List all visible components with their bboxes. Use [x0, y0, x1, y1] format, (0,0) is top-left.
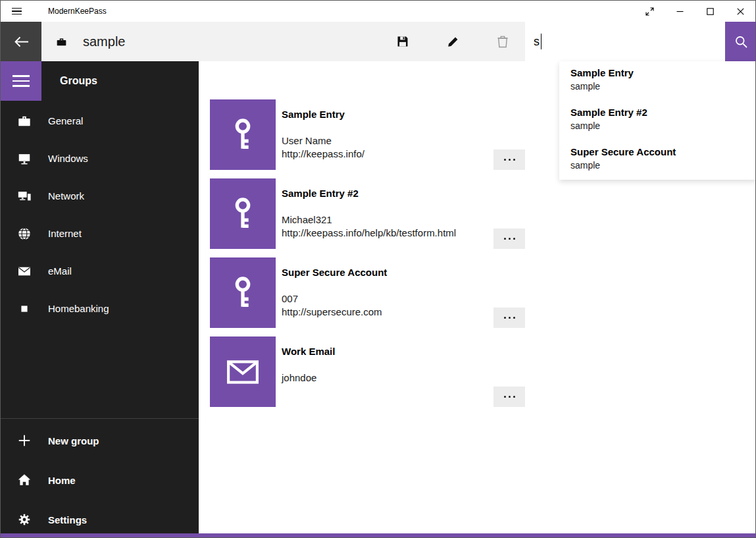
sidebar-item-label: Home — [48, 475, 76, 486]
settings-button[interactable]: Settings — [1, 500, 199, 538]
command-bar: sample — [1, 22, 755, 61]
search-input[interactable]: s — [525, 22, 725, 61]
sidebar-item-general[interactable]: General — [1, 102, 199, 140]
text-caret — [541, 34, 542, 49]
sidebar-footer: New group Home — [1, 421, 199, 538]
title-bar: ModernKeePass — [1, 1, 755, 22]
gear-icon — [16, 512, 32, 527]
entry-username: User Name — [282, 135, 332, 146]
magnifier-icon — [734, 35, 748, 49]
close-button[interactable] — [725, 1, 755, 22]
entry-title: Work Email — [282, 346, 335, 357]
fullscreen-button[interactable] — [634, 1, 665, 22]
sidebar-hamburger-button[interactable] — [1, 61, 41, 101]
sidebar-item-email[interactable]: eMail — [1, 252, 199, 290]
save-icon — [396, 35, 409, 48]
sidebar-item-windows[interactable]: Windows — [1, 140, 199, 177]
commandbar-actions — [387, 22, 518, 61]
new-group-button[interactable]: New group — [1, 421, 199, 460]
search-button[interactable] — [725, 22, 756, 61]
suggestion-title: Sample Entry #2 — [570, 106, 745, 119]
sidebar-item-label: New group — [48, 435, 99, 446]
monitor-icon — [16, 151, 32, 167]
entry-username: Michael321 — [282, 214, 332, 225]
sidebar: Groups General Windows Network — [1, 61, 199, 537]
sidebar-header: Groups — [60, 61, 97, 101]
suggestion-subtitle: sample — [570, 80, 745, 93]
sidebar-item-homebanking[interactable]: Homebanking — [1, 290, 199, 327]
window-controls — [634, 1, 755, 22]
briefcase-icon — [16, 113, 32, 129]
home-icon — [16, 472, 32, 488]
sidebar-item-label: eMail — [48, 265, 72, 277]
key-icon — [230, 117, 256, 153]
database-title: sample — [83, 34, 125, 49]
suggestion-title: Super Secure Account — [570, 146, 745, 159]
bottom-accent-bar — [1, 533, 755, 537]
pencil-icon — [447, 36, 459, 48]
suggestion-subtitle: sample — [570, 159, 745, 172]
entry-row[interactable]: Sample Entry #2 Michael321 http://keepas… — [210, 178, 525, 257]
more-button[interactable] — [493, 308, 525, 328]
entry-url: http://keepass.info/ — [282, 148, 365, 159]
entry-row[interactable]: Super Secure Account 007 http://supersec… — [210, 257, 525, 336]
bank-icon — [16, 301, 32, 317]
more-button[interactable] — [493, 149, 525, 170]
entry-row[interactable]: Work Email johndoe — [210, 336, 525, 416]
envelope-icon — [16, 263, 32, 279]
sidebar-item-label: Network — [48, 190, 84, 202]
search-query-text: s — [534, 35, 540, 49]
sidebar-item-label: Internet — [48, 228, 82, 239]
entry-url: http://supersecure.com — [282, 306, 382, 317]
hamburger-icon[interactable] — [12, 8, 22, 15]
sidebar-item-internet[interactable]: Internet — [1, 215, 199, 252]
entry-username: johndoe — [282, 372, 316, 383]
more-button[interactable] — [493, 387, 525, 407]
app-title: ModernKeePass — [48, 7, 107, 16]
sidebar-divider — [1, 418, 199, 419]
close-icon — [737, 8, 744, 15]
edit-button[interactable] — [437, 22, 468, 61]
envelope-icon — [226, 358, 259, 386]
delete-button[interactable] — [487, 22, 518, 61]
save-button[interactable] — [387, 22, 418, 61]
entry-row[interactable]: Sample Entry User Name http://keepass.in… — [210, 99, 525, 178]
sidebar-item-label: Windows — [48, 153, 88, 164]
sidebar-item-label: Settings — [48, 514, 87, 525]
sidebar-item-network[interactable]: Network — [1, 177, 199, 215]
sidebar-item-label: Homebanking — [48, 303, 109, 314]
maximize-button[interactable] — [695, 1, 725, 22]
entry-tile[interactable] — [210, 99, 276, 170]
suggestion-item[interactable]: Sample Entry sample — [559, 61, 756, 101]
entry-tile[interactable] — [210, 257, 276, 328]
suggestion-title: Sample Entry — [570, 67, 745, 80]
entry-list: Sample Entry User Name http://keepass.in… — [210, 99, 525, 416]
entry-title: Super Secure Account — [282, 267, 387, 278]
entry-title: Sample Entry #2 — [282, 188, 359, 199]
entry-title: Sample Entry — [282, 109, 345, 120]
minimize-button[interactable] — [665, 1, 695, 22]
entry-tile[interactable] — [210, 178, 276, 249]
app-window: ModernKeePass sample — [0, 0, 756, 538]
maximize-icon — [707, 8, 714, 15]
plus-icon — [16, 433, 32, 448]
key-icon — [230, 275, 256, 311]
suggestion-item[interactable]: Super Secure Account sample — [559, 140, 756, 180]
minimize-icon — [676, 8, 684, 15]
group-list: General Windows Network Internet — [1, 102, 199, 327]
suggestion-item[interactable]: Sample Entry #2 sample — [559, 101, 756, 140]
back-button[interactable] — [1, 22, 41, 61]
fullscreen-icon — [645, 7, 654, 16]
home-button[interactable]: Home — [1, 460, 199, 500]
entry-tile[interactable] — [210, 336, 276, 407]
more-button[interactable] — [493, 229, 525, 249]
database-header: sample — [56, 22, 125, 61]
back-arrow-icon — [14, 36, 29, 47]
search-suggestions: Sample Entry sample Sample Entry #2 samp… — [559, 61, 756, 180]
entry-url: http://keepass.info/help/kb/testform.htm… — [282, 227, 456, 238]
briefcase-icon — [56, 37, 67, 47]
key-icon — [230, 196, 256, 232]
suggestion-subtitle: sample — [570, 119, 745, 132]
trash-icon — [497, 35, 509, 48]
sidebar-item-label: General — [48, 115, 83, 126]
